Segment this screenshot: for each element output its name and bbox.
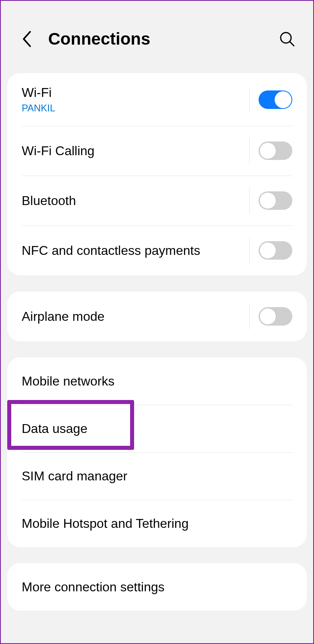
mobile-networks-label: Mobile networks xyxy=(22,374,292,389)
wifi-calling-toggle[interactable] xyxy=(259,142,292,160)
sim-manager-row[interactable]: SIM card manager xyxy=(7,452,307,500)
more-settings-label: More connection settings xyxy=(22,580,292,595)
row-text: Mobile Hotspot and Tethering xyxy=(22,516,292,531)
wifi-sublabel: PANKIL xyxy=(22,103,249,114)
chevron-left-icon xyxy=(21,30,33,48)
nfc-toggle[interactable] xyxy=(259,241,292,260)
header: Connections xyxy=(1,1,313,73)
divider xyxy=(249,238,250,263)
nfc-label: NFC and contactless payments xyxy=(22,243,249,258)
settings-group-1: Wi-Fi PANKIL Wi-Fi Calling Bluetooth NFC… xyxy=(7,73,307,275)
bluetooth-toggle[interactable] xyxy=(259,191,292,210)
row-text: More connection settings xyxy=(22,580,292,595)
data-usage-label: Data usage xyxy=(22,421,292,436)
page-title: Connections xyxy=(48,29,277,49)
hotspot-row[interactable]: Mobile Hotspot and Tethering xyxy=(7,500,307,547)
nfc-row[interactable]: NFC and contactless payments xyxy=(7,226,307,275)
search-button[interactable] xyxy=(277,29,297,49)
hotspot-label: Mobile Hotspot and Tethering xyxy=(22,516,292,531)
svg-line-1 xyxy=(290,42,294,46)
row-text: Data usage xyxy=(22,421,292,436)
settings-group-2: Airplane mode xyxy=(7,291,307,341)
settings-group-3: Mobile networks Data usage SIM card mana… xyxy=(7,357,307,547)
back-button[interactable] xyxy=(17,29,37,49)
mobile-networks-row[interactable]: Mobile networks xyxy=(7,357,307,405)
divider xyxy=(249,304,250,329)
divider xyxy=(249,138,250,164)
bluetooth-row[interactable]: Bluetooth xyxy=(7,176,307,226)
more-settings-row[interactable]: More connection settings xyxy=(7,563,307,611)
row-text: Mobile networks xyxy=(22,374,292,389)
bluetooth-label: Bluetooth xyxy=(22,193,249,208)
wifi-calling-label: Wi-Fi Calling xyxy=(22,144,249,158)
divider xyxy=(249,87,250,113)
airplane-row[interactable]: Airplane mode xyxy=(7,291,307,341)
settings-group-4: More connection settings xyxy=(7,563,307,611)
row-text: NFC and contactless payments xyxy=(22,243,249,258)
wifi-calling-row[interactable]: Wi-Fi Calling xyxy=(7,126,307,176)
airplane-toggle[interactable] xyxy=(259,307,292,326)
row-text: Wi-Fi PANKIL xyxy=(22,85,249,114)
row-text: Bluetooth xyxy=(22,193,249,208)
row-text: Airplane mode xyxy=(22,309,249,324)
sim-manager-label: SIM card manager xyxy=(22,469,292,484)
wifi-label: Wi-Fi xyxy=(22,85,249,100)
airplane-label: Airplane mode xyxy=(22,309,249,324)
wifi-toggle[interactable] xyxy=(259,90,292,109)
wifi-row[interactable]: Wi-Fi PANKIL xyxy=(7,73,307,126)
divider xyxy=(249,188,250,213)
search-icon xyxy=(279,31,295,47)
row-text: SIM card manager xyxy=(22,469,292,484)
row-text: Wi-Fi Calling xyxy=(22,144,249,158)
data-usage-row[interactable]: Data usage xyxy=(7,405,307,452)
